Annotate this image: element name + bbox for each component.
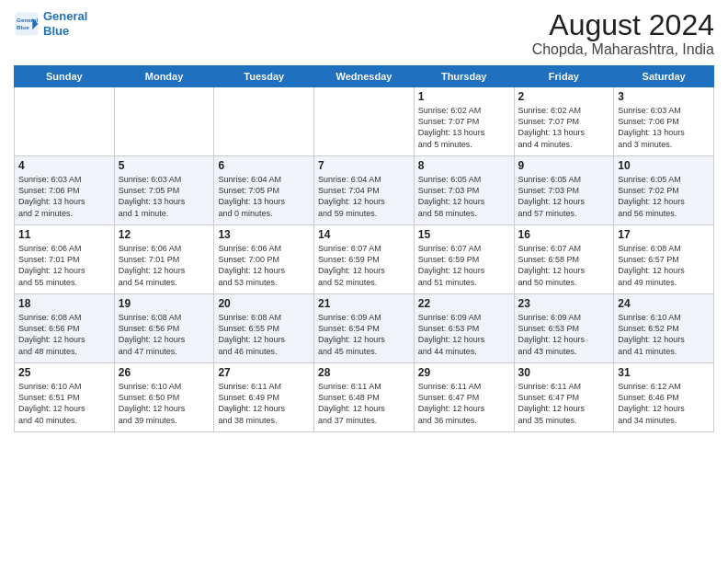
header-row: Sunday Monday Tuesday Wednesday Thursday…: [15, 66, 714, 87]
day-number: 24: [618, 297, 710, 310]
day-info: Sunrise: 6:06 AMSunset: 7:00 PMDaylight:…: [218, 243, 310, 288]
day-number: 28: [318, 366, 410, 379]
cell-w5-d1: 25Sunrise: 6:10 AMSunset: 6:51 PMDayligh…: [15, 363, 115, 432]
page: General Blue General Blue August 2024 Ch…: [0, 0, 728, 563]
day-info: Sunrise: 6:08 AMSunset: 6:57 PMDaylight:…: [618, 243, 710, 288]
month-title: August 2024: [532, 9, 714, 41]
day-info: Sunrise: 6:10 AMSunset: 6:51 PMDaylight:…: [18, 381, 110, 426]
cell-w3-d1: 11Sunrise: 6:06 AMSunset: 7:01 PMDayligh…: [15, 225, 115, 294]
cell-w5-d2: 26Sunrise: 6:10 AMSunset: 6:50 PMDayligh…: [114, 363, 214, 432]
cell-w3-d4: 14Sunrise: 6:07 AMSunset: 6:59 PMDayligh…: [314, 225, 415, 294]
week-row-4: 18Sunrise: 6:08 AMSunset: 6:56 PMDayligh…: [15, 294, 714, 363]
cell-w4-d4: 21Sunrise: 6:09 AMSunset: 6:54 PMDayligh…: [314, 294, 415, 363]
cell-w4-d1: 18Sunrise: 6:08 AMSunset: 6:56 PMDayligh…: [15, 294, 115, 363]
day-number: 25: [18, 366, 110, 379]
day-info: Sunrise: 6:09 AMSunset: 6:53 PMDaylight:…: [518, 312, 610, 357]
col-wednesday: Wednesday: [314, 66, 415, 87]
cell-w3-d7: 17Sunrise: 6:08 AMSunset: 6:57 PMDayligh…: [614, 225, 714, 294]
day-info: Sunrise: 6:03 AMSunset: 7:05 PMDaylight:…: [119, 174, 210, 219]
day-info: Sunrise: 6:07 AMSunset: 6:59 PMDaylight:…: [318, 243, 410, 288]
header: General Blue General Blue August 2024 Ch…: [14, 9, 714, 58]
day-info: Sunrise: 6:08 AMSunset: 6:55 PMDaylight:…: [218, 312, 310, 357]
day-info: Sunrise: 6:07 AMSunset: 6:58 PMDaylight:…: [518, 243, 610, 288]
day-info: Sunrise: 6:06 AMSunset: 7:01 PMDaylight:…: [119, 243, 210, 288]
location-title: Chopda, Maharashtra, India: [532, 41, 714, 58]
day-info: Sunrise: 6:12 AMSunset: 6:46 PMDaylight:…: [618, 381, 710, 426]
cell-w2-d3: 6Sunrise: 6:04 AMSunset: 7:05 PMDaylight…: [214, 156, 314, 225]
cell-w3-d6: 16Sunrise: 6:07 AMSunset: 6:58 PMDayligh…: [514, 225, 614, 294]
day-number: 11: [18, 228, 110, 241]
day-number: 16: [518, 228, 610, 241]
day-number: 8: [418, 159, 510, 172]
week-row-3: 11Sunrise: 6:06 AMSunset: 7:01 PMDayligh…: [15, 225, 714, 294]
cell-w1-d7: 3Sunrise: 6:03 AMSunset: 7:06 PMDaylight…: [614, 87, 714, 156]
cell-w1-d5: 1Sunrise: 6:02 AMSunset: 7:07 PMDaylight…: [414, 87, 514, 156]
day-number: 22: [418, 297, 510, 310]
cell-w4-d2: 19Sunrise: 6:08 AMSunset: 6:56 PMDayligh…: [114, 294, 214, 363]
logo: General Blue General Blue: [14, 9, 87, 38]
day-number: 15: [418, 228, 510, 241]
cell-w4-d7: 24Sunrise: 6:10 AMSunset: 6:52 PMDayligh…: [614, 294, 714, 363]
day-number: 30: [518, 366, 610, 379]
day-info: Sunrise: 6:08 AMSunset: 6:56 PMDaylight:…: [18, 312, 110, 357]
day-info: Sunrise: 6:05 AMSunset: 7:03 PMDaylight:…: [418, 174, 510, 219]
day-info: Sunrise: 6:05 AMSunset: 7:03 PMDaylight:…: [518, 174, 610, 219]
day-number: 2: [518, 90, 610, 103]
week-row-1: 1Sunrise: 6:02 AMSunset: 7:07 PMDaylight…: [15, 87, 714, 156]
day-info: Sunrise: 6:09 AMSunset: 6:54 PMDaylight:…: [318, 312, 410, 357]
day-info: Sunrise: 6:11 AMSunset: 6:47 PMDaylight:…: [518, 381, 610, 426]
col-friday: Friday: [514, 66, 614, 87]
cell-w2-d6: 9Sunrise: 6:05 AMSunset: 7:03 PMDaylight…: [514, 156, 614, 225]
week-row-2: 4Sunrise: 6:03 AMSunset: 7:06 PMDaylight…: [15, 156, 714, 225]
day-info: Sunrise: 6:10 AMSunset: 6:52 PMDaylight:…: [618, 312, 710, 357]
logo-text: General Blue: [43, 9, 87, 38]
day-number: 17: [618, 228, 710, 241]
day-number: 20: [218, 297, 310, 310]
cell-w2-d4: 7Sunrise: 6:04 AMSunset: 7:04 PMDaylight…: [314, 156, 415, 225]
col-tuesday: Tuesday: [214, 66, 314, 87]
cell-w1-d3: [214, 87, 314, 156]
day-info: Sunrise: 6:02 AMSunset: 7:07 PMDaylight:…: [518, 105, 610, 150]
calendar-table: Sunday Monday Tuesday Wednesday Thursday…: [14, 65, 714, 432]
cell-w1-d1: [15, 87, 115, 156]
title-block: August 2024 Chopda, Maharashtra, India: [532, 9, 714, 58]
cell-w5-d6: 30Sunrise: 6:11 AMSunset: 6:47 PMDayligh…: [514, 363, 614, 432]
day-number: 14: [318, 228, 410, 241]
day-number: 21: [318, 297, 410, 310]
day-info: Sunrise: 6:05 AMSunset: 7:02 PMDaylight:…: [618, 174, 710, 219]
day-info: Sunrise: 6:07 AMSunset: 6:59 PMDaylight:…: [418, 243, 510, 288]
day-number: 7: [318, 159, 410, 172]
day-number: 18: [18, 297, 110, 310]
cell-w2-d2: 5Sunrise: 6:03 AMSunset: 7:05 PMDaylight…: [114, 156, 214, 225]
day-number: 10: [618, 159, 710, 172]
logo-line2: Blue: [43, 24, 69, 38]
col-sunday: Sunday: [15, 66, 115, 87]
calendar-body: 1Sunrise: 6:02 AMSunset: 7:07 PMDaylight…: [15, 87, 714, 432]
day-number: 4: [18, 159, 110, 172]
day-number: 19: [119, 297, 210, 310]
day-info: Sunrise: 6:04 AMSunset: 7:04 PMDaylight:…: [318, 174, 410, 219]
day-info: Sunrise: 6:09 AMSunset: 6:53 PMDaylight:…: [418, 312, 510, 357]
cell-w3-d3: 13Sunrise: 6:06 AMSunset: 7:00 PMDayligh…: [214, 225, 314, 294]
day-number: 5: [119, 159, 210, 172]
day-number: 6: [218, 159, 310, 172]
day-number: 23: [518, 297, 610, 310]
day-number: 31: [618, 366, 710, 379]
day-info: Sunrise: 6:11 AMSunset: 6:48 PMDaylight:…: [318, 381, 410, 426]
day-info: Sunrise: 6:02 AMSunset: 7:07 PMDaylight:…: [418, 105, 510, 150]
cell-w2-d5: 8Sunrise: 6:05 AMSunset: 7:03 PMDaylight…: [414, 156, 514, 225]
col-thursday: Thursday: [414, 66, 514, 87]
day-number: 9: [518, 159, 610, 172]
calendar-header: Sunday Monday Tuesday Wednesday Thursday…: [15, 66, 714, 87]
cell-w5-d3: 27Sunrise: 6:11 AMSunset: 6:49 PMDayligh…: [214, 363, 314, 432]
col-saturday: Saturday: [614, 66, 714, 87]
day-number: 26: [119, 366, 210, 379]
cell-w5-d4: 28Sunrise: 6:11 AMSunset: 6:48 PMDayligh…: [314, 363, 415, 432]
svg-text:Blue: Blue: [17, 24, 29, 30]
cell-w4-d3: 20Sunrise: 6:08 AMSunset: 6:55 PMDayligh…: [214, 294, 314, 363]
day-number: 1: [418, 90, 510, 103]
day-info: Sunrise: 6:03 AMSunset: 7:06 PMDaylight:…: [18, 174, 110, 219]
day-info: Sunrise: 6:03 AMSunset: 7:06 PMDaylight:…: [618, 105, 710, 150]
col-monday: Monday: [114, 66, 214, 87]
day-number: 27: [218, 366, 310, 379]
